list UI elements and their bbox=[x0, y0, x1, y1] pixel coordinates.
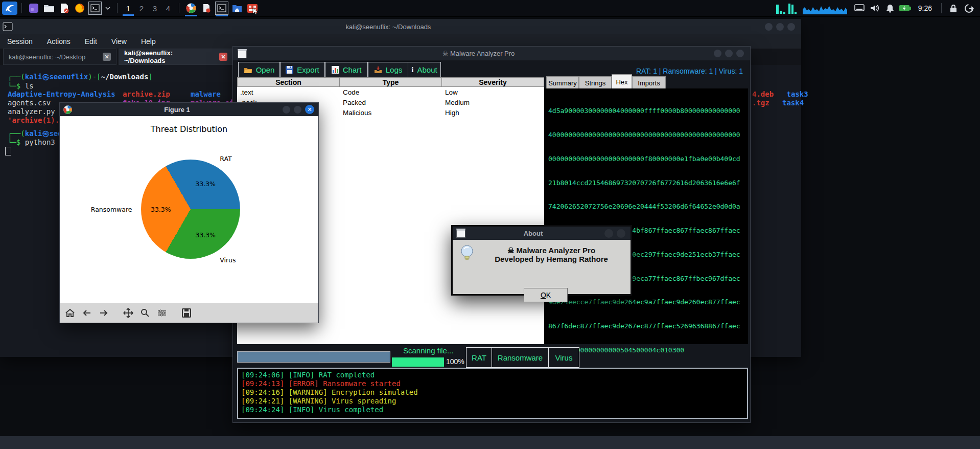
tab-close-icon[interactable]: ✕ bbox=[219, 53, 227, 61]
workspace-3[interactable]: 3 bbox=[148, 1, 161, 16]
firefox-icon[interactable] bbox=[74, 2, 86, 14]
terminal-titlebar[interactable]: kali@seenuflix: ~/Downloads bbox=[0, 19, 801, 34]
file-progress-bar bbox=[237, 351, 390, 363]
terminal-maximize-button[interactable] bbox=[776, 23, 784, 31]
pan-icon[interactable] bbox=[122, 306, 135, 320]
about-minimize-button[interactable] bbox=[604, 229, 613, 238]
virus-button[interactable]: Virus bbox=[549, 348, 579, 367]
taskbar-files-icon[interactable] bbox=[231, 2, 243, 14]
pie-slice-label: Ransomware bbox=[91, 206, 132, 213]
scan-progress-fill bbox=[392, 357, 444, 367]
hex-dump-view[interactable]: 4d5a90000300000004000000ffff0000b8000000… bbox=[544, 88, 748, 344]
file-manager-icon[interactable] bbox=[43, 2, 55, 14]
workspace-2[interactable]: 2 bbox=[135, 1, 148, 16]
taskbar-document-icon[interactable] bbox=[200, 2, 213, 14]
scanning-label: Scanning file... bbox=[403, 346, 453, 355]
export-button[interactable]: Export bbox=[280, 62, 325, 78]
menu-view[interactable]: View bbox=[111, 37, 127, 46]
figure-titlebar[interactable]: Figure 1 ✕ bbox=[60, 103, 318, 116]
figure-close-button[interactable]: ✕ bbox=[305, 105, 314, 114]
top-panel: 1 2 3 4 9:26 bbox=[0, 0, 980, 17]
log-line: [09:24:21] [WARNING] Virus spreading bbox=[241, 397, 744, 406]
display-icon[interactable] bbox=[853, 2, 866, 14]
logs-button[interactable]: Logs bbox=[368, 62, 408, 78]
back-icon[interactable] bbox=[80, 306, 94, 320]
column-header-section[interactable]: Section bbox=[237, 77, 340, 87]
figure-maximize-button[interactable] bbox=[294, 106, 301, 114]
prompt-line: ┌──(kali㉿see bbox=[8, 129, 62, 139]
notification-bell-icon[interactable] bbox=[884, 2, 896, 14]
about-titlebar[interactable]: About bbox=[453, 227, 631, 240]
menu-edit[interactable]: Edit bbox=[85, 37, 97, 46]
zoom-icon[interactable] bbox=[138, 306, 152, 320]
terminal-minimize-button[interactable] bbox=[765, 23, 773, 31]
ransomware-button[interactable]: Ransomware bbox=[492, 348, 549, 367]
column-header-severity[interactable]: Severity bbox=[442, 77, 544, 87]
pie-slice-label: Virus bbox=[220, 256, 236, 264]
table-header: Section Type Severity bbox=[237, 77, 544, 87]
home-icon[interactable] bbox=[63, 306, 77, 320]
menu-actions[interactable]: Actions bbox=[47, 37, 71, 46]
bottom-taskbar[interactable] bbox=[0, 436, 980, 449]
app-launcher-icon[interactable] bbox=[28, 2, 40, 14]
workspace-4[interactable]: 4 bbox=[161, 1, 175, 16]
ls-output-fragment: .tgz task4 bbox=[752, 99, 804, 107]
tab-close-icon[interactable]: ✕ bbox=[103, 53, 111, 61]
figure-toolbar bbox=[60, 303, 318, 323]
volume-icon[interactable] bbox=[869, 2, 881, 14]
taskbar-ipvs-icon[interactable] bbox=[246, 2, 259, 14]
tab-imports[interactable]: Imports bbox=[632, 76, 666, 89]
chevron-down-icon[interactable] bbox=[104, 2, 111, 14]
terminal-launcher-icon[interactable] bbox=[89, 2, 101, 14]
column-header-type[interactable]: Type bbox=[340, 77, 442, 87]
pie-slice-percent: 33.3% bbox=[195, 231, 216, 239]
workspace-1[interactable]: 1 bbox=[122, 1, 135, 16]
cpu-monitor-icon[interactable] bbox=[776, 2, 799, 14]
configure-icon[interactable] bbox=[155, 306, 169, 320]
pie-slice-label: RAT bbox=[220, 154, 231, 162]
about-close-button[interactable] bbox=[617, 229, 625, 238]
ls-output-row: Adaptive-Entropy-Analysisarchive.zipmalw… bbox=[8, 90, 221, 98]
rat-button[interactable]: RAT bbox=[466, 348, 492, 367]
malware-titlebar[interactable]: ☠ Malware Analyzer Pro bbox=[233, 47, 750, 60]
about-button[interactable]: i About bbox=[408, 62, 441, 78]
about-body: ☠ Malware Analyzer Pro Developed by Hema… bbox=[453, 240, 631, 294]
battery-icon[interactable] bbox=[899, 2, 912, 14]
taskbar-matplotlib-icon[interactable] bbox=[185, 2, 197, 14]
ls-output-row: 'archive(1).z bbox=[8, 116, 64, 124]
open-button[interactable]: Open bbox=[238, 62, 280, 78]
tab-hex[interactable]: Hex bbox=[612, 74, 632, 89]
inbox-tray-icon bbox=[374, 66, 382, 74]
menu-help[interactable]: Help bbox=[141, 37, 156, 46]
tab-summary[interactable]: Summary bbox=[546, 76, 579, 89]
network-graph-icon[interactable] bbox=[802, 2, 850, 14]
lock-icon[interactable] bbox=[947, 2, 960, 14]
chart-button[interactable]: Chart bbox=[325, 62, 368, 78]
matplotlib-icon bbox=[61, 103, 74, 116]
skull-icon: ☠ bbox=[507, 246, 514, 255]
malware-minimize-button[interactable] bbox=[714, 50, 721, 57]
ls-output-row: analyzer.py bbox=[8, 107, 55, 116]
menu-session[interactable]: Session bbox=[7, 37, 33, 46]
log-output[interactable]: [09:24:06] [INFO] RAT completed [09:24:1… bbox=[237, 368, 748, 419]
figure-minimize-button[interactable] bbox=[283, 106, 290, 114]
mouse-cursor-icon bbox=[252, 7, 259, 14]
clock[interactable]: 9:26 bbox=[918, 4, 932, 12]
desktop: kali@seenuflix: ~/Downloads Session Acti… bbox=[0, 0, 980, 449]
terminal-close-button[interactable] bbox=[787, 23, 795, 31]
kali-menu-button[interactable] bbox=[2, 2, 17, 15]
logout-icon[interactable] bbox=[963, 2, 975, 14]
text-editor-icon[interactable] bbox=[58, 2, 71, 14]
tab-desktop[interactable]: kali@seenuflix: ~/Desktop ✕ bbox=[3, 49, 116, 65]
ok-button[interactable]: OK bbox=[524, 288, 568, 302]
forward-icon[interactable] bbox=[97, 306, 110, 320]
tab-strings[interactable]: Strings bbox=[579, 76, 612, 89]
taskbar-terminal-icon[interactable] bbox=[216, 2, 228, 14]
malware-close-button[interactable] bbox=[736, 50, 744, 57]
save-icon[interactable] bbox=[180, 306, 193, 320]
system-tray: 9:26 bbox=[774, 2, 980, 14]
table-row[interactable]: .text Code Low bbox=[237, 87, 544, 97]
malware-maximize-button[interactable] bbox=[725, 50, 733, 57]
tab-downloads[interactable]: kali@seenuflix: ~/Downloads ✕ bbox=[119, 49, 233, 65]
detection-counts: RAT: 1 | Ransomware: 1 | Virus: 1 bbox=[636, 67, 743, 75]
